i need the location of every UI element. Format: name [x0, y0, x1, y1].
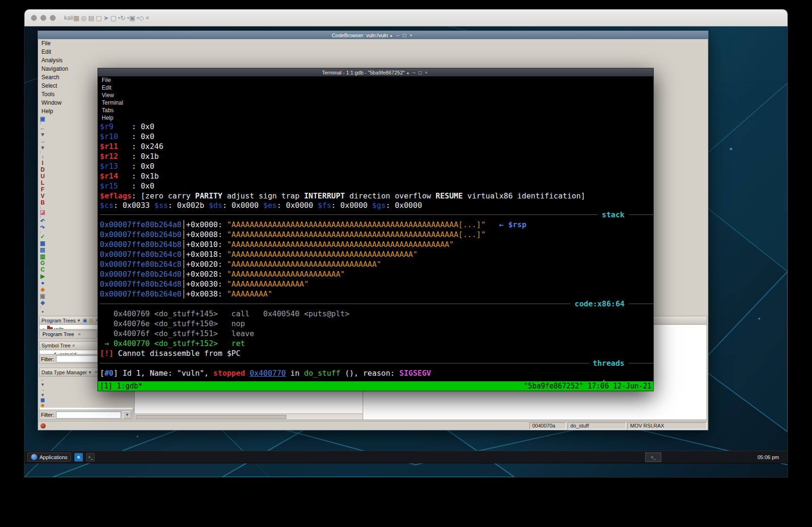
dtm-back-icon[interactable]: ←: [39, 377, 46, 382]
grid-tool-icon[interactable]: ▦: [73, 14, 81, 22]
memory-map-icon[interactable]: ▦: [38, 240, 47, 247]
terminal-window: Terminal - 1:1:gdb - "5ba9fe867252" ▴─▢×…: [97, 68, 654, 391]
code-line: 0x40076e <do_stuff+150> nop: [100, 319, 653, 329]
undefine-u-icon[interactable]: U: [38, 173, 47, 180]
taskbar-window-button[interactable]: >_: [645, 453, 661, 462]
save-icon[interactable]: ▣: [38, 115, 47, 122]
tmux-statusbar: [1] 1:gdb* "5ba9fe867252" 17:06 12-Jun-2…: [98, 381, 653, 391]
nav-back-icon[interactable]: ←: [38, 124, 47, 131]
analyze-check-icon[interactable]: ✓: [38, 233, 47, 240]
nav-back-options-icon[interactable]: ▾: [38, 131, 47, 138]
kali-launcher-icon[interactable]: K: [74, 453, 83, 461]
shade-window-icon[interactable]: ▴: [388, 32, 395, 39]
ghidra-titlebar[interactable]: CodeBrowser: vuln:/vuln ▴─▢×: [38, 31, 708, 39]
shade-window-icon[interactable]: ▴: [405, 69, 411, 75]
menu-item[interactable]: Analysis: [38, 56, 708, 65]
program-folder-icon: [47, 327, 53, 329]
stack-line: 0x00007ffe80b264d0│+0x0028: "AAAAAAAAAAA…: [100, 269, 653, 279]
menu-item[interactable]: Edit: [98, 84, 653, 91]
minimize-window-icon[interactable]: ─: [395, 32, 401, 39]
help-icon[interactable]: ▪: [38, 308, 47, 315]
terminal-titlebar[interactable]: Terminal - 1:1:gdb - "5ba9fe867252" ▴─▢×: [98, 68, 653, 76]
host-window: kali ▦◎▤▢➤▢▾↻▾▣▾◇× CodeBrowse: [24, 9, 788, 477]
maximize-window-icon[interactable]: ▢: [417, 69, 423, 75]
terminal-window-title: Terminal - 1:1:gdb - "5ba9fe867252": [322, 70, 405, 75]
tmux-session-label[interactable]: [1] 1:gdb*: [100, 382, 142, 390]
maximize-window-icon[interactable]: ▢: [401, 32, 408, 39]
tmux-host-clock: "5ba9fe867252" 17:06 12-Jun-21: [524, 382, 651, 390]
tree-options-icon[interactable]: ▾: [76, 318, 82, 323]
code-line: 0x400769 <do_stuff+145> call 0x400540 <p…: [100, 309, 653, 319]
applications-button[interactable]: Applications: [27, 453, 71, 461]
menu-item[interactable]: Help: [98, 114, 653, 122]
instruction-i-icon[interactable]: I: [38, 160, 47, 166]
console-window-icon[interactable]: ▤: [38, 247, 47, 253]
menu-item[interactable]: Terminal: [98, 99, 653, 107]
terminal-output[interactable]: $r9: 0x0$r10: 0x0$r11: 0x246$r12: 0x1b$r…: [98, 122, 653, 381]
close-window-icon[interactable]: ×: [423, 69, 429, 75]
data-d-icon[interactable]: D: [38, 166, 47, 173]
capture-icon[interactable]: ◎: [81, 14, 88, 22]
nav-forward-options-icon[interactable]: ▾: [38, 144, 47, 151]
host-titlebar: kali ▦◎▤▢➤▢▾↻▾▣▾◇×: [24, 9, 788, 26]
marker-icon[interactable]: ◈: [38, 299, 47, 306]
filter-options-icon[interactable]: ▼: [123, 411, 131, 419]
usb-icon[interactable]: ◇: [139, 14, 146, 22]
disassemble-icon[interactable]: ↓: [38, 153, 47, 160]
dtm-display-icon[interactable]: ▦: [39, 397, 46, 403]
program-diff-icon[interactable]: ▣: [38, 293, 47, 299]
data-table-icon[interactable]: ▥: [38, 253, 47, 260]
dtm-forward-options-icon[interactable]: ▾: [39, 392, 46, 397]
status-function: do_stuff: [568, 422, 626, 429]
register-line: $r14: 0x1b: [100, 171, 653, 181]
nav-forward-icon[interactable]: →: [38, 138, 47, 144]
script-manager-icon[interactable]: ▶: [38, 273, 47, 280]
undo-icon[interactable]: ↶: [38, 218, 47, 224]
host-window-title: kali: [64, 14, 73, 21]
minimize-window-icon[interactable]: ─: [411, 69, 417, 75]
close-panel-icon[interactable]: ×: [71, 343, 77, 348]
menu-item[interactable]: Edit: [38, 48, 708, 56]
redo-icon[interactable]: ↷: [38, 224, 47, 231]
terminal-launcher-icon[interactable]: >_: [86, 453, 95, 461]
zoom-traffic-icon[interactable]: [50, 15, 56, 21]
variable-v-icon[interactable]: V: [38, 193, 47, 199]
dtm-back-options-icon[interactable]: ▾: [39, 382, 46, 387]
display-dropdown[interactable]: ▢▾: [110, 14, 120, 22]
minimize-traffic-icon[interactable]: [41, 15, 46, 21]
close-tool-icon[interactable]: ×: [146, 14, 151, 22]
dtm-filter-input[interactable]: [56, 412, 122, 419]
menu-item[interactable]: View: [98, 91, 653, 99]
dtm-favorites-icon[interactable]: ◆: [39, 403, 46, 408]
call-tree-icon[interactable]: C: [38, 266, 47, 273]
open-tree-icon[interactable]: ▤: [88, 318, 94, 323]
menu-item[interactable]: File: [38, 39, 708, 48]
device-dropdown[interactable]: ▣▾: [129, 14, 139, 22]
panel-tool-icon[interactable]: ▤: [88, 14, 96, 22]
menu-item[interactable]: Tabs: [98, 107, 653, 114]
register-line: $r15: 0x0: [100, 181, 653, 191]
function-f-icon[interactable]: F: [38, 186, 47, 193]
world-icon[interactable]: ●: [38, 280, 47, 286]
expander-icon[interactable]: ▾: [41, 327, 46, 329]
code-section-divider: code:x86:64: [100, 299, 653, 309]
horizontal-scrollbar[interactable]: [135, 413, 363, 420]
reload-dropdown[interactable]: ↻▾: [120, 14, 129, 22]
program-tree-tab[interactable]: Program Tree ×: [39, 330, 97, 338]
close-tab-icon[interactable]: ×: [78, 331, 81, 337]
dtm-options-icon[interactable]: ▾: [87, 370, 93, 375]
pointer-tool-icon[interactable]: ➤: [103, 14, 110, 22]
menu-item[interactable]: File: [98, 76, 653, 84]
new-tree-icon[interactable]: ▣: [82, 318, 88, 323]
dtm-forward-icon[interactable]: →: [39, 387, 46, 392]
keyboard-tool-icon[interactable]: ▢: [96, 14, 103, 22]
traffic-lights: [31, 15, 56, 21]
byte-b-icon[interactable]: B: [38, 199, 47, 206]
close-window-icon[interactable]: ×: [408, 32, 414, 39]
eraser-icon[interactable]: ◪: [38, 209, 47, 215]
close-traffic-icon[interactable]: [31, 15, 37, 21]
label-l-icon[interactable]: L: [38, 180, 47, 186]
bookmark-icon[interactable]: ◆: [38, 286, 47, 293]
scrollbar-thumb[interactable]: [136, 415, 286, 419]
function-graph-icon[interactable]: G: [38, 260, 47, 266]
